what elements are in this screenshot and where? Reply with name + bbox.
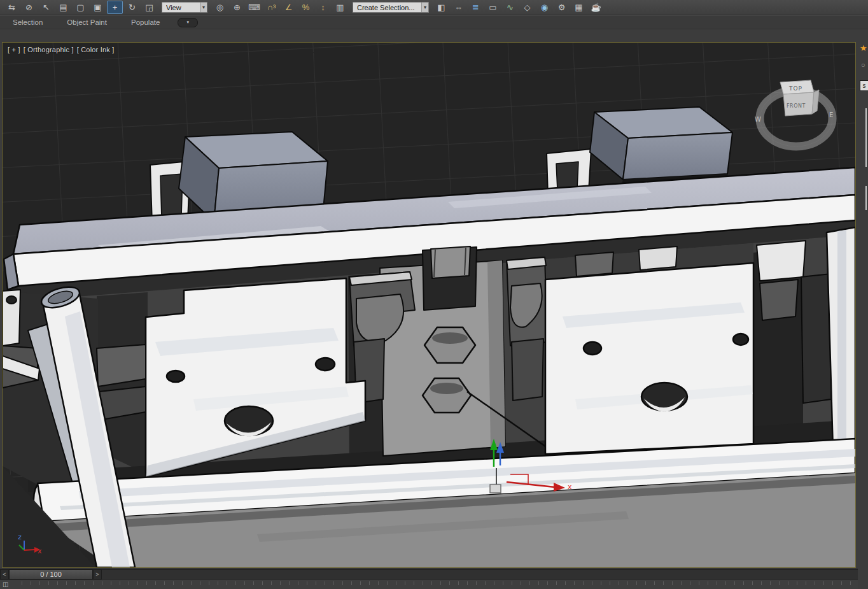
- ribbon-bar: SelectionObject PaintPopulate ▾: [0, 15, 868, 29]
- ribbon-tabs: SelectionObject PaintPopulate: [0, 17, 167, 28]
- previous-frame-button[interactable]: <: [0, 569, 9, 579]
- use-pivot-point-center-button[interactable]: ◎: [212, 1, 228, 14]
- viewport-menu-shading[interactable]: [ Color Ink ]: [77, 46, 115, 53]
- schematic-view-button[interactable]: ◇: [519, 1, 535, 14]
- select-and-manipulate-button[interactable]: ⊕: [229, 1, 245, 14]
- viewcube-west-label: W: [755, 116, 761, 123]
- viewcube-front-label: FRONT: [787, 103, 806, 109]
- rendered-frame-window-button[interactable]: ▦: [571, 1, 587, 14]
- mirror-button[interactable]: ◧: [433, 1, 449, 14]
- gizmo-x-label: x: [568, 483, 572, 491]
- render-production-button[interactable]: ☕: [588, 1, 604, 14]
- viewport-canvas[interactable]: x z x W E: [3, 43, 855, 567]
- select-and-rotate-button[interactable]: ↻: [124, 1, 140, 14]
- ribbon-overflow-icon: ▾: [187, 20, 190, 25]
- 3ds-max-window: ⇆⊘↖▤▢▣+↻◲View▾◎⊕⌨∩³∠%↕▥Create Selection.…: [0, 0, 868, 589]
- tab-selection[interactable]: Selection: [5, 17, 50, 28]
- tab-object-paint[interactable]: Object Paint: [59, 17, 115, 28]
- material-editor-button[interactable]: ◉: [536, 1, 552, 14]
- viewcube-top-label: TOP: [788, 85, 802, 92]
- model-right-block: [545, 263, 753, 454]
- world-axis-x-label: x: [38, 547, 42, 555]
- panel-scrollbar-upper[interactable]: [865, 108, 867, 167]
- viewport-label: [ + ] [ Orthographic ] [ Color Ink ]: [8, 46, 115, 53]
- layer-explorer-button[interactable]: ≣: [468, 1, 484, 14]
- viewport[interactable]: x z x W E: [2, 42, 856, 568]
- spinner-snap-toggle[interactable]: ↕: [315, 1, 331, 14]
- select-and-link-button[interactable]: ⇆: [4, 1, 20, 14]
- select-and-scale-button[interactable]: ◲: [141, 1, 157, 14]
- render-setup-button[interactable]: ⚙: [554, 1, 570, 14]
- curve-editor-button[interactable]: ∿: [502, 1, 518, 14]
- named-selection-sets-dropdown[interactable]: Create Selection...▾: [353, 2, 429, 13]
- snaps-toggle[interactable]: ∩³: [263, 1, 279, 14]
- edit-named-selection-sets-button[interactable]: ▥: [332, 1, 348, 14]
- next-frame-button[interactable]: >: [93, 569, 102, 579]
- angle-snap-toggle[interactable]: ∠: [281, 1, 297, 14]
- time-slider-handle[interactable]: 0 / 100: [9, 569, 93, 579]
- select-object-button[interactable]: ↖: [38, 1, 54, 14]
- time-slider-track[interactable]: [102, 569, 858, 579]
- trackbar-mode-icon[interactable]: ◫: [3, 581, 8, 588]
- unlink-selection-button[interactable]: ⊘: [21, 1, 37, 14]
- viewport-menu-general[interactable]: [ + ]: [8, 46, 20, 53]
- panel-star-icon[interactable]: ★: [860, 43, 867, 53]
- reference-coordinate-system-dropdown-value: View: [166, 4, 181, 11]
- viewport-menu-pov[interactable]: [ Orthographic ]: [24, 46, 74, 53]
- dropdown-arrow-icon: ▾: [200, 3, 207, 12]
- dropdown-arrow-icon: ▾: [421, 3, 428, 12]
- panel-scrollbar-lower[interactable]: [865, 186, 867, 210]
- main-toolbar: ⇆⊘↖▤▢▣+↻◲View▾◎⊕⌨∩³∠%↕▥Create Selection.…: [0, 0, 868, 15]
- panel-circle-icon[interactable]: ○: [861, 61, 865, 69]
- tab-populate[interactable]: Populate: [123, 17, 167, 28]
- window-crossing-toggle[interactable]: ▣: [90, 1, 106, 14]
- panel-s-button[interactable]: s: [860, 80, 868, 91]
- keyboard-shortcut-override-toggle[interactable]: ⌨: [246, 1, 262, 14]
- frame-display: 0 / 100: [40, 571, 62, 578]
- timeline: < 0 / 100 >: [0, 569, 858, 579]
- ribbon-toggle-button[interactable]: ▭: [485, 1, 501, 14]
- selection-region-button[interactable]: ▢: [73, 1, 88, 14]
- reference-coordinate-system-dropdown[interactable]: View▾: [162, 2, 207, 13]
- select-by-name-button[interactable]: ▤: [55, 1, 71, 14]
- percent-snap-toggle[interactable]: %: [298, 1, 314, 14]
- select-and-move-button[interactable]: +: [107, 1, 123, 14]
- track-bar[interactable]: ◫: [0, 579, 858, 589]
- world-axis-z-label: z: [18, 533, 22, 541]
- named-selection-sets-dropdown-value: Create Selection...: [357, 4, 415, 11]
- align-button[interactable]: ⇔: [451, 1, 466, 14]
- viewcube-east-label: E: [829, 111, 833, 118]
- gizmo-center-box[interactable]: [490, 485, 501, 493]
- ribbon-overflow-button[interactable]: ▾: [178, 18, 198, 27]
